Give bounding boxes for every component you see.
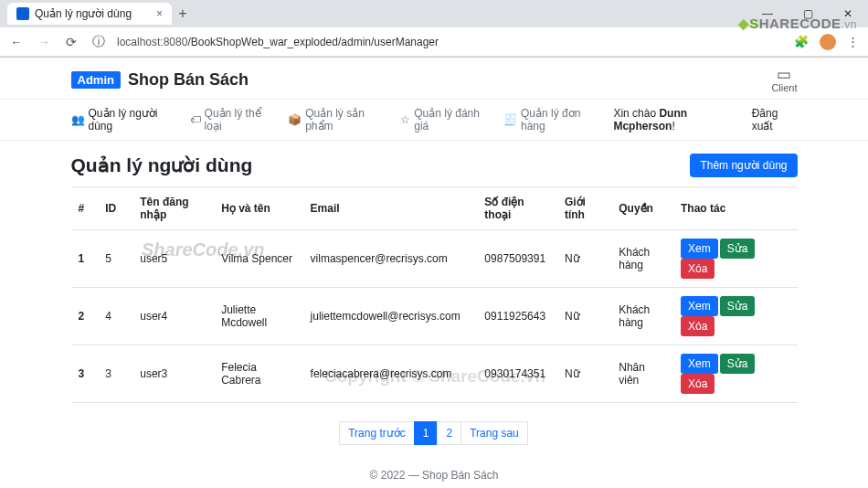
nav-icon: 🏷 (190, 113, 201, 126)
brand-name: Shop Bán Sách (128, 70, 249, 90)
site-info-icon[interactable]: ⓘ (90, 34, 108, 50)
minimize-button[interactable]: — (747, 0, 788, 27)
pagination: Trang trước 1 2 Trang sau (0, 410, 868, 456)
url-host: localhost:8080 (117, 36, 187, 48)
page-next[interactable]: Trang sau (460, 421, 528, 445)
browser-chrome: Quản lý người dùng × + — ▢ ✕ ← → ⟳ ⓘ loc… (0, 0, 868, 58)
greeting: Xin chào Dunn Mcpherson! (613, 107, 738, 133)
client-link[interactable]: ▭ Client (771, 67, 797, 93)
nav-label: Quản lý người dùng (89, 107, 175, 133)
cell-name: Juliette Mcdowell (214, 288, 302, 345)
new-tab-button[interactable]: + (172, 3, 194, 25)
window-controls: — ▢ ✕ (747, 0, 868, 27)
table-row: 24user4Juliette Mcdowelljuliettemcdowell… (71, 288, 798, 345)
col-header: Tên đăng nhập (132, 187, 214, 230)
col-header: Giới tính (557, 187, 611, 230)
cell-email: juliettemcdowell@recrisys.com (303, 288, 478, 345)
page-title: Quản lý người dùng (71, 154, 253, 176)
client-label: Client (771, 82, 797, 93)
maximize-button[interactable]: ▢ (788, 0, 828, 27)
cell-role: Khách hàng (611, 230, 673, 288)
cell-idx: 2 (71, 288, 99, 345)
nav-icon: 👥 (71, 113, 85, 126)
nav-item-0[interactable]: 👥Quản lý người dùng (71, 107, 175, 133)
cell-user: user4 (132, 288, 214, 345)
cell-id: 3 (98, 345, 132, 403)
cell-role: Nhân viên (611, 345, 673, 403)
cell-name: Vilma Spencer (214, 230, 302, 288)
edit-button[interactable]: Sửa (720, 239, 756, 259)
table-row: 15user5Vilma Spencervilmaspencer@recrisy… (71, 230, 798, 288)
col-header: Thao tác (673, 187, 798, 230)
footer: © 2022 — Shop Bán Sách (0, 456, 868, 488)
nav-item-4[interactable]: 🧾Quản lý đơn hàng (503, 107, 598, 133)
nav-item-2[interactable]: 📦Quản lý sản phẩm (288, 107, 386, 133)
url-path: /BookShopWeb_war_exploded/admin/userMana… (187, 36, 439, 48)
edit-button[interactable]: Sửa (720, 354, 756, 374)
users-table: #IDTên đăng nhậpHọ và tênEmailSố điện th… (71, 186, 798, 403)
nav-label: Quản lý đánh giá (414, 107, 489, 133)
reload-button[interactable]: ⟳ (62, 35, 80, 49)
cell-name: Felecia Cabrera (214, 345, 302, 403)
page-1[interactable]: 1 (414, 421, 439, 445)
browser-tab[interactable]: Quản lý người dùng × (7, 3, 172, 25)
back-button[interactable]: ← (7, 35, 26, 49)
cell-gender: Nữ (557, 230, 611, 288)
cell-idx: 1 (71, 230, 99, 288)
cell-email: vilmaspencer@recrisys.com (303, 230, 478, 288)
cell-id: 4 (98, 288, 132, 345)
add-user-button[interactable]: Thêm người dùng (690, 154, 797, 177)
edit-button[interactable]: Sửa (720, 296, 756, 316)
cell-user: user5 (132, 230, 214, 288)
page-content: Admin Shop Bán Sách ▭ Client 👥Quản lý ng… (0, 58, 868, 488)
col-header: Quyền (611, 187, 673, 230)
extension-icon[interactable]: 🧩 (794, 35, 809, 48)
view-button[interactable]: Xem (681, 296, 718, 316)
cell-actions: XemSửaXóa (673, 288, 798, 345)
page-2[interactable]: 2 (437, 421, 461, 445)
brand: Admin Shop Bán Sách (71, 70, 249, 90)
cell-actions: XemSửaXóa (673, 230, 798, 288)
nav-label: Quản lý thể loại (205, 107, 274, 133)
nav-label: Quản lý đơn hàng (521, 107, 598, 133)
nav-icon: 🧾 (503, 113, 517, 126)
forward-button[interactable]: → (35, 35, 53, 49)
cell-phone: 0930174351 (477, 345, 557, 403)
view-button[interactable]: Xem (681, 239, 718, 259)
close-window-button[interactable]: ✕ (828, 0, 868, 27)
delete-button[interactable]: Xóa (681, 316, 715, 336)
cell-id: 5 (98, 230, 132, 288)
nav-icon: ☆ (400, 113, 410, 126)
profile-avatar-icon[interactable] (820, 34, 836, 50)
table-row: 33user3Felecia Cabrerafeleciacabrera@rec… (71, 345, 798, 403)
logout-link[interactable]: Đăng xuất (752, 107, 798, 133)
col-header: Số điện thoại (477, 187, 557, 230)
browser-menu-icon[interactable]: ⋮ (847, 35, 859, 48)
delete-button[interactable]: Xóa (681, 259, 715, 279)
tab-title: Quản lý người dùng (35, 7, 132, 20)
cell-role: Khách hàng (611, 288, 673, 345)
col-header: Họ và tên (214, 187, 302, 230)
cell-phone: 0987509391 (477, 230, 557, 288)
nav-label: Quản lý sản phẩm (305, 107, 386, 133)
favicon-icon (16, 7, 29, 20)
cell-idx: 3 (71, 345, 99, 403)
view-button[interactable]: Xem (681, 354, 718, 374)
nav-icon: 📦 (288, 113, 302, 126)
window-icon: ▭ (771, 67, 797, 82)
delete-button[interactable]: Xóa (681, 374, 715, 394)
col-header: # (71, 187, 99, 230)
col-header: ID (98, 187, 132, 230)
cell-gender: Nữ (557, 345, 611, 403)
nav-item-3[interactable]: ☆Quản lý đánh giá (400, 107, 489, 133)
cell-user: user3 (132, 345, 214, 403)
nav-item-1[interactable]: 🏷Quản lý thể loại (190, 107, 274, 133)
cell-phone: 0911925643 (477, 288, 557, 345)
tab-close-icon[interactable]: × (156, 7, 163, 20)
page-prev[interactable]: Trang trước (339, 421, 415, 445)
address-bar[interactable]: localhost:8080/BookShopWeb_war_exploded/… (117, 36, 439, 48)
col-header: Email (303, 187, 478, 230)
admin-badge: Admin (71, 71, 121, 89)
cell-actions: XemSửaXóa (673, 345, 798, 403)
cell-gender: Nữ (557, 288, 611, 345)
